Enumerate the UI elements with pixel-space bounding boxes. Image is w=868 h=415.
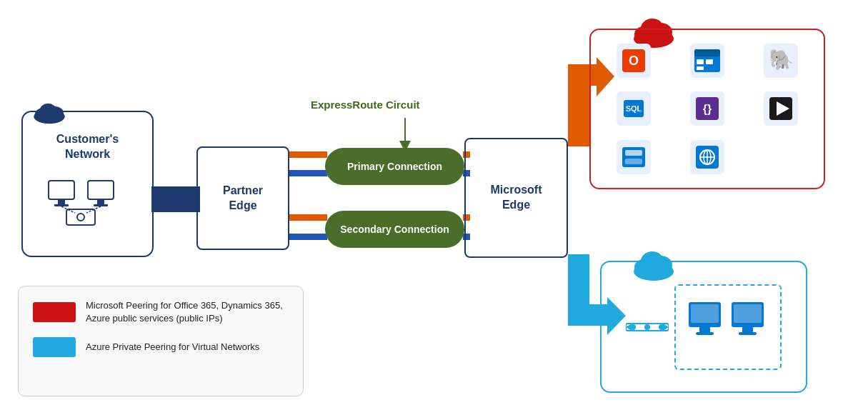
primary-connection-label: Primary Connection <box>347 161 442 172</box>
partner-edge-label: Partner Edge <box>223 184 263 214</box>
azure-private-box <box>600 261 807 393</box>
globe-icon <box>690 140 724 174</box>
legend-red-item: Microsoft Peering for Office 365, Dynami… <box>33 299 289 324</box>
svg-rect-60 <box>699 327 710 333</box>
svg-rect-63 <box>734 304 762 323</box>
svg-rect-25 <box>706 59 713 64</box>
legend-blue-text: Azure Private Peering for Virtual Networ… <box>86 341 259 354</box>
svg-rect-24 <box>697 59 704 64</box>
svg-text:O: O <box>629 54 639 68</box>
svg-rect-59 <box>691 304 719 323</box>
partner-edge-box: Partner Edge <box>196 146 289 250</box>
line-partner-secondary-blue-1 <box>288 234 327 240</box>
primary-connection-pill: Primary Connection <box>325 148 464 185</box>
svg-point-3 <box>40 104 56 118</box>
storage-icon <box>617 140 651 174</box>
legend-red-text: Microsoft Peering for Office 365, Dynami… <box>86 299 289 324</box>
vnet-connector-icon <box>626 316 669 338</box>
svg-rect-26 <box>697 66 704 70</box>
vnet-inner-box <box>674 284 782 370</box>
diagram-container: Customer's Network Partner Edge ExpressR… <box>0 0 868 415</box>
svg-point-11 <box>77 214 84 221</box>
legend-red-block <box>33 302 76 322</box>
hadoop-icon: 🐘 <box>764 44 798 78</box>
ms-peering-box: O 🐘 SQL {} <box>589 29 825 189</box>
svg-rect-10 <box>66 209 95 225</box>
vm-icons <box>685 295 771 359</box>
customer-network-box: Customer's Network <box>21 111 154 257</box>
network-devices-icon <box>45 174 131 231</box>
api-icon: {} <box>690 91 724 126</box>
arrow-azure-private-vertical <box>568 254 589 326</box>
svg-rect-41 <box>625 159 642 164</box>
svg-text:🐘: 🐘 <box>768 48 793 71</box>
expressroute-circuit-label: ExpressRoute Circuit <box>311 99 420 111</box>
svg-point-54 <box>644 324 650 330</box>
svg-rect-40 <box>625 150 642 156</box>
svg-rect-23 <box>694 49 720 56</box>
customer-cloud-icon <box>31 99 67 124</box>
svg-rect-61 <box>696 332 714 335</box>
svg-rect-4 <box>49 181 74 199</box>
microsoft-edge-label: Microsoft Edge <box>491 183 542 213</box>
hdinsight-icon <box>690 44 724 78</box>
secondary-connection-pill: Secondary Connection <box>325 211 464 248</box>
sql-icon: SQL <box>617 91 651 126</box>
office365-icon: O <box>617 44 651 78</box>
svg-rect-65 <box>739 332 757 335</box>
customer-partner-line <box>151 186 200 212</box>
media-icon <box>764 91 798 126</box>
customer-network-label: Customer's Network <box>56 132 119 162</box>
arrow-ms-peering-vertical <box>568 64 589 146</box>
svg-text:{}: {} <box>703 103 712 115</box>
svg-text:SQL: SQL <box>626 104 642 113</box>
secondary-connection-label: Secondary Connection <box>340 224 449 235</box>
svg-rect-6 <box>54 204 69 206</box>
line-partner-secondary-orange-1 <box>288 214 327 221</box>
svg-rect-8 <box>97 199 104 205</box>
svg-rect-64 <box>742 327 753 333</box>
legend-box: Microsoft Peering for Office 365, Dynami… <box>18 286 304 396</box>
microsoft-edge-box: Microsoft Edge <box>464 138 568 258</box>
line-partner-primary-orange-1 <box>288 151 327 158</box>
svg-rect-5 <box>58 199 65 205</box>
legend-blue-item: Azure Private Peering for Virtual Networ… <box>33 337 289 357</box>
legend-blue-block <box>33 337 76 357</box>
svg-rect-7 <box>88 181 114 199</box>
line-partner-primary-blue-1 <box>288 170 327 176</box>
svg-rect-9 <box>94 204 108 206</box>
